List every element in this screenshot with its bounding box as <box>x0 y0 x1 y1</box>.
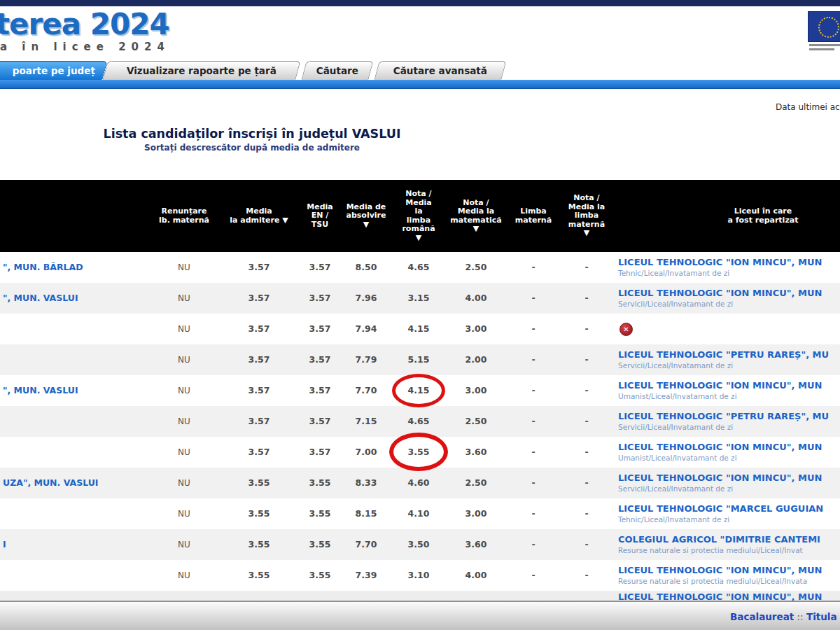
site-logo-subtitle: a în licee 2024 <box>0 41 170 53</box>
nota-limba-materna-value: - <box>559 344 615 375</box>
col-header-nota-limba-materna[interactable]: Nota / Media la limba maternă ▼ <box>559 180 615 252</box>
nota-limba-materna-value: - <box>559 468 615 498</box>
col-header-nota-matematica[interactable]: Nota / Media la matematică ▼ <box>444 180 508 252</box>
assigned-school-cell: ✕ LICEUL TEHNOLOGIC "ION MINCU", MUN Res… <box>618 560 840 591</box>
origin-school-link[interactable] <box>3 560 151 591</box>
nota-limba-materna-value: - <box>559 498 615 529</box>
table-row: ", MUN. VASLUI NU 3.57 3.57 7.96 3.15 4.… <box>0 283 840 314</box>
nota-limba-materna-value: - <box>559 252 615 283</box>
nota-matematica-value: 3.00 <box>444 314 508 344</box>
assigned-school-link[interactable]: LICEUL TEHNOLOGIC "ION MINCU", MUN <box>618 592 822 601</box>
eu-flag-caption <box>809 48 834 50</box>
tab-rapoarte-pe-judet[interactable]: poarte pe județ <box>0 61 108 80</box>
media-admitere-value: 3.57 <box>217 314 301 344</box>
media-en-value: 3.57 <box>301 283 339 314</box>
nota-matematica-value: 3.60 <box>444 437 508 468</box>
media-absolvire-value: 7.94 <box>339 314 393 344</box>
footer-link-titularizare[interactable]: Titula <box>806 611 837 622</box>
assigned-school-link[interactable]: LICEUL TEHNOLOGIC "ION MINCU", MUN <box>618 257 822 267</box>
assigned-school-profile: Resurse naturale si protectia mediului/L… <box>618 546 803 554</box>
media-en-value: 3.55 <box>301 560 339 591</box>
assigned-school-link[interactable]: LICEUL TEHNOLOGIC "ION MINCU", MUN <box>618 288 822 298</box>
col-header-media-de-absolvire[interactable]: Media de absolvire ▼ <box>339 180 393 252</box>
assigned-school-cell: ✕ LICEUL TEHNOLOGIC "ION MINCU", MUN Ser… <box>618 283 840 314</box>
table-row: NU 3.57 3.57 7.94 4.15 3.00 - - ✕ <box>0 314 840 344</box>
col-header-liceul-repartizat: Liceul în care a fost repartizat <box>686 180 840 252</box>
nota-matematica-value: 2.50 <box>444 252 508 283</box>
media-admitere-value: 3.55 <box>217 529 301 560</box>
media-admitere-value: 3.55 <box>217 468 301 498</box>
origin-school-link[interactable] <box>3 406 151 437</box>
footer-separator: :: <box>794 611 806 622</box>
media-absolvire-value: 8.50 <box>339 252 393 283</box>
nota-romana-value: 4.15 <box>393 314 444 344</box>
assigned-school-link[interactable]: LICEUL TEHNOLOGIC "ION MINCU", MUN <box>618 472 822 483</box>
nota-matematica-value: 2.50 <box>444 406 508 437</box>
nota-limba-materna-value: - <box>559 314 615 344</box>
assigned-school-cell: ✕ LICEUL TEHNOLOGIC "ION MINCU", MUN Ser… <box>618 468 840 498</box>
col-header-media-la-admitere[interactable]: Media la admitere ▼ <box>217 180 301 252</box>
table-row: ", MUN. BÂRLAD NU 3.57 3.57 8.50 4.65 2.… <box>0 252 840 283</box>
footer-bar: Bacalaureat :: Titula <box>0 602 840 630</box>
annotation-circle-2 <box>389 433 448 471</box>
origin-school-link[interactable]: ", MUN. VASLUI <box>3 375 151 406</box>
media-en-value: 3.55 <box>301 498 339 529</box>
accent-bar <box>0 80 840 89</box>
assigned-school-cell: ✕ LICEUL TEHNOLOGIC "MARCEL GUGUIAN Tehn… <box>618 498 840 529</box>
table-row: UZA", MUN. VASLUI NU 3.55 3.55 8.33 4.60… <box>0 468 840 498</box>
nota-romana-value: 4.65 <box>393 252 444 283</box>
assigned-school-profile: Tehnic/Liceal/Invatamant de zi <box>618 269 729 277</box>
media-absolvire-value: 7.00 <box>339 437 393 468</box>
origin-school-link[interactable]: UZA", MUN. VASLUI <box>3 468 151 498</box>
origin-school-link[interactable]: ", MUN. VASLUI <box>3 283 151 314</box>
footer-links: Bacalaureat :: Titula <box>730 611 837 622</box>
origin-school-link[interactable]: I <box>3 529 151 560</box>
origin-school-link[interactable] <box>3 344 151 375</box>
nota-matematica-value: 2.50 <box>444 468 508 498</box>
nota-romana-value: 3.10 <box>393 560 444 591</box>
renuntare-value: NU <box>151 437 217 468</box>
tab-vizualizare-rapoarte-pe-tara[interactable]: Vizualizare rapoarte pe țară <box>102 61 300 80</box>
renuntare-value: NU <box>151 375 217 406</box>
media-admitere-value: 3.57 <box>217 344 301 375</box>
assigned-school-link[interactable]: LICEUL TEHNOLOGIC "ION MINCU", MUN <box>618 442 822 452</box>
origin-school-link[interactable] <box>3 437 151 468</box>
col-header-nota-limba-romana[interactable]: Nota / Media la limba română ▼ <box>393 180 444 252</box>
assigned-school-cell: ✕ LICEUL TEHNOLOGIC "ION MINCU", MUN Teh… <box>618 252 840 283</box>
nota-romana-value: 5.15 <box>393 344 444 375</box>
footer-link-bacalaureat[interactable]: Bacalaureat <box>730 611 794 622</box>
assigned-school-link[interactable]: LICEUL TEHNOLOGIC "PETRU RAREȘ", MU <box>618 349 829 360</box>
media-admitere-value: 3.57 <box>217 283 301 314</box>
media-en-value: 3.57 <box>301 375 339 406</box>
limba-materna-value: - <box>508 252 559 283</box>
tab-cautare-avansata[interactable]: Căutare avansată <box>374 61 506 80</box>
table-row: I NU 3.55 3.55 7.70 3.50 3.60 - - ✕ COLE… <box>0 529 840 560</box>
origin-school-link[interactable]: ", MUN. BÂRLAD <box>3 252 151 283</box>
origin-school-link[interactable] <box>3 498 151 529</box>
media-absolvire-value: 7.79 <box>339 344 393 375</box>
limba-materna-value: - <box>508 468 559 498</box>
media-absolvire-value: 7.39 <box>339 560 393 591</box>
col-header-renuntare-lb-materna: Renunțare lb. maternă <box>151 180 217 252</box>
assigned-school-profile: Servicii/Liceal/Invatamant de zi <box>618 423 733 431</box>
assigned-school-link[interactable]: LICEUL TEHNOLOGIC "MARCEL GUGUIAN <box>618 503 823 514</box>
limba-materna-value: - <box>508 344 559 375</box>
media-admitere-value: 3.55 <box>217 560 301 591</box>
assigned-school-profile: Umanist/Liceal/Invatamant de zi <box>618 392 737 400</box>
origin-school-link[interactable] <box>3 314 151 344</box>
assigned-school-link[interactable]: LICEUL TEHNOLOGIC "ION MINCU", MUN <box>618 565 822 575</box>
media-admitere-value: 3.57 <box>217 252 301 283</box>
media-absolvire-value: 8.33 <box>339 468 393 498</box>
media-absolvire-value: 7.70 <box>339 529 393 560</box>
media-en-value: 3.55 <box>301 468 339 498</box>
nota-matematica-value: 3.00 <box>444 375 508 406</box>
tab-cautare[interactable]: Căutare <box>301 61 373 80</box>
assigned-school-link[interactable]: LICEUL TEHNOLOGIC "PETRU RAREȘ", MU <box>618 411 829 421</box>
media-absolvire-value: 7.96 <box>339 283 393 314</box>
assigned-school-link[interactable]: COLEGIUL AGRICOL "DIMITRIE CANTEMI <box>618 534 820 545</box>
assigned-school-cell: ✕ <box>618 314 840 344</box>
assigned-school-profile: Resurse naturale si protectia mediului/L… <box>618 577 807 585</box>
media-en-value: 3.57 <box>301 252 339 283</box>
table-row: NU 3.55 3.55 8.15 4.10 3.00 - - ✕ LICEUL… <box>0 498 840 529</box>
assigned-school-link[interactable]: LICEUL TEHNOLOGIC "ION MINCU", MUN <box>618 380 822 391</box>
